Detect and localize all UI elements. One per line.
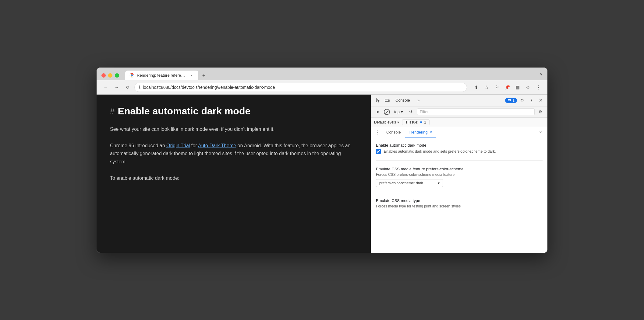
levels-bar: Default levels ▾ 1 Issue: ■ 1 (371, 118, 547, 127)
console-toolbar: top ▾ 👁 ⚙ (371, 106, 547, 118)
console-panel-tab[interactable]: Console (382, 127, 405, 137)
close-window-button[interactable] (101, 73, 106, 78)
media-type-desc: Forces media type for testing print and … (376, 204, 543, 208)
default-levels-button[interactable]: Default levels ▾ (374, 120, 399, 124)
active-tab[interactable]: Rendering: feature reference - × (125, 71, 198, 80)
devtools-rendering-content: Enable automatic dark mode Enables autom… (371, 138, 547, 253)
auto-dark-theme-link[interactable]: Auto Dark Theme (198, 143, 236, 148)
pin-extension-button[interactable]: 📌 (503, 83, 511, 92)
forward-button[interactable]: → (112, 83, 121, 92)
issues-badge[interactable]: 1 Issue: ■ 1 (402, 119, 430, 125)
minimize-window-button[interactable] (108, 73, 112, 78)
url-bar[interactable]: ℹ localhost:8080/docs/devtools/rendering… (134, 83, 467, 92)
devtools-panel: Console » 1 ⚙ ⋮ ✕ (371, 95, 547, 253)
messages-badge[interactable]: 1 (505, 98, 517, 103)
rendering-tab-close[interactable]: × (430, 130, 432, 134)
dark-mode-checkbox-row: Enables automatic dark mode and sets pre… (376, 149, 543, 154)
issue-label: 1 Issue: (405, 120, 418, 124)
cursor-icon (376, 98, 380, 103)
share-button[interactable]: ⬆ (472, 83, 480, 92)
context-selector[interactable]: top ▾ (392, 109, 405, 115)
tabs-more-menu[interactable]: ⋮ (373, 127, 382, 138)
split-screen-button[interactable]: ▦ (513, 83, 522, 92)
rendering-tab-label: Rendering (409, 130, 428, 134)
profile-button[interactable]: ☺ (524, 83, 532, 92)
dark-mode-checkbox[interactable] (376, 149, 381, 154)
chrome-menu-button[interactable]: ⋮ (534, 83, 543, 92)
device-icon (385, 98, 390, 103)
dark-mode-title: Enable automatic dark mode (376, 143, 543, 148)
svg-rect-2 (385, 99, 388, 102)
dark-mode-checkbox-label: Enables automatic dark mode and sets pre… (384, 149, 496, 154)
title-bar: Rendering: feature reference - × + ∨ (97, 68, 547, 80)
traffic-lights (101, 73, 119, 78)
maximize-window-button[interactable] (115, 73, 119, 78)
para2-middle: for (191, 143, 198, 148)
console-tab-button[interactable]: Console (392, 97, 413, 104)
back-button[interactable]: ← (101, 83, 110, 92)
rendering-panel-tab[interactable]: Rendering × (405, 127, 437, 137)
media-type-title: Emulate CSS media type (376, 198, 543, 203)
page-para-3: To enable automatic dark mode: (110, 174, 357, 182)
page-content: # Enable automatic dark mode See what yo… (97, 95, 371, 253)
page-heading: # Enable automatic dark mode (110, 106, 357, 117)
issue-icon: ■ (420, 120, 422, 124)
context-arrow: ▾ (401, 110, 403, 114)
reload-button[interactable]: ↻ (123, 83, 132, 92)
close-devtools-button[interactable]: ✕ (536, 96, 544, 104)
url-text: localhost:8080/docs/devtools/rendering/#… (143, 85, 275, 90)
messages-count: 1 (512, 98, 515, 103)
media-type-section: Emulate CSS media type Forces media type… (376, 198, 543, 216)
devtools-main-toolbar: Console » 1 ⚙ ⋮ ✕ (371, 95, 547, 106)
inspect-element-button[interactable] (374, 96, 382, 104)
color-scheme-dropdown[interactable]: prefers-color-scheme: dark ▾ (376, 179, 443, 187)
browser-toolbar-icons: ⬆ ☆ ⚐ 📌 ▦ ☺ ⋮ (472, 83, 543, 92)
hash-symbol: # (110, 106, 115, 116)
page-heading-text: Enable automatic dark mode (118, 106, 251, 117)
tab-title: Rendering: feature reference - (137, 73, 187, 78)
color-scheme-section: Emulate CSS media feature prefers-color-… (376, 167, 543, 192)
extensions-button[interactable]: ⚐ (493, 83, 501, 92)
info-icon: ℹ (139, 85, 140, 89)
more-options-button[interactable]: ⋮ (527, 96, 535, 104)
content-area: # Enable automatic dark mode See what yo… (97, 95, 547, 253)
page-para-1: See what your site can look like in dark… (110, 125, 357, 133)
more-tabs-button[interactable]: » (414, 97, 423, 104)
origin-trial-link[interactable]: Origin Trial (166, 143, 190, 148)
panel-close-button[interactable]: × (536, 127, 545, 137)
svg-rect-3 (388, 100, 389, 102)
issue-count: 1 (424, 120, 426, 124)
new-tab-button[interactable]: + (200, 72, 208, 80)
filter-input[interactable] (417, 108, 535, 115)
execute-button[interactable] (374, 108, 382, 116)
console-settings-button[interactable]: ⚙ (536, 108, 544, 116)
tabs-area: Rendering: feature reference - × + (125, 71, 536, 80)
default-levels-label: Default levels (374, 120, 396, 124)
page-para-2: Chrome 96 introduced an Origin Trial for… (110, 142, 357, 166)
address-bar: ← → ↻ ℹ localhost:8080/docs/devtools/ren… (97, 80, 547, 95)
chrome-favicon (129, 73, 134, 78)
preserve-log-button[interactable]: 👁 (407, 108, 415, 116)
tab-strip-chevron[interactable]: ∨ (540, 72, 543, 79)
dark-mode-section: Enable automatic dark mode Enables autom… (376, 143, 543, 161)
block-button[interactable] (384, 109, 390, 115)
bookmark-button[interactable]: ☆ (482, 83, 491, 92)
color-scheme-dropdown-value: prefers-color-scheme: dark (379, 181, 423, 185)
devtools-tabs-bar: ⋮ Console Rendering × × (371, 127, 547, 138)
context-label: top (394, 110, 400, 114)
levels-arrow: ▾ (397, 120, 399, 124)
color-scheme-dropdown-arrow: ▾ (438, 181, 440, 185)
settings-button[interactable]: ⚙ (518, 96, 526, 104)
browser-window: Rendering: feature reference - × + ∨ ← →… (97, 68, 547, 253)
color-scheme-title: Emulate CSS media feature prefers-color-… (376, 167, 543, 171)
tab-close-button[interactable]: × (189, 73, 194, 78)
color-scheme-desc: Forces CSS prefers-color-scheme media fe… (376, 172, 543, 177)
device-toolbar-button[interactable] (383, 96, 391, 104)
svg-point-1 (131, 75, 133, 76)
para2-prefix: Chrome 96 introduced an (110, 143, 166, 148)
message-icon (508, 99, 511, 102)
play-icon (377, 110, 379, 113)
